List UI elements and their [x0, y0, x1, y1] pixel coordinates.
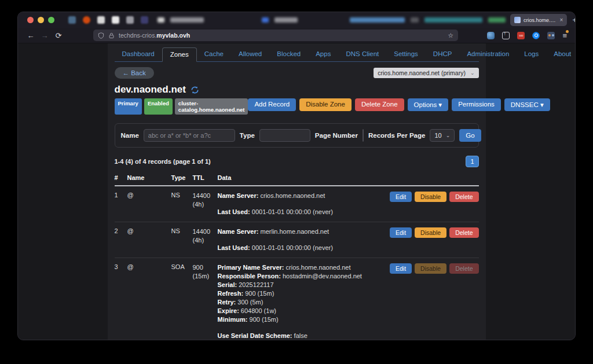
tab-apps[interactable]: Apps — [308, 47, 338, 61]
record-ttl: 900(15m) — [193, 263, 218, 340]
data-label: Expire: — [218, 307, 239, 314]
pinned-tab-icon[interactable] — [126, 16, 134, 24]
column-header: Name — [127, 174, 171, 181]
records-per-page-select[interactable]: 10 ⌄ — [430, 129, 455, 142]
tab-cache[interactable]: Cache — [197, 47, 231, 61]
tab-logs[interactable]: Logs — [517, 47, 546, 61]
active-browser-tab[interactable]: crios.home.… × — [510, 14, 567, 26]
share-extension-icon[interactable] — [502, 32, 510, 39]
data-label: Last Used: — [218, 208, 250, 215]
page-number-label: Page Number — [315, 132, 358, 139]
bookmark-star-icon[interactable]: ☆ — [448, 32, 453, 39]
data-label: Serial: — [218, 281, 237, 288]
tab-administration[interactable]: Administration — [459, 47, 517, 61]
go-button[interactable]: Go — [459, 129, 481, 142]
browser-tab-redacted[interactable] — [274, 17, 298, 23]
page-number-stepper[interactable]: 1 ▲▼ — [363, 129, 364, 142]
pinned-tab-icon[interactable] — [112, 16, 119, 24]
close-window-button[interactable] — [27, 17, 34, 23]
browser-tab-redacted[interactable] — [170, 17, 204, 23]
delete-record-button[interactable]: Delete — [449, 227, 478, 238]
tracking-shield-icon[interactable] — [98, 32, 104, 39]
delete-record-button[interactable]: Delete — [449, 192, 478, 202]
tab-dhcp[interactable]: DHCP — [426, 47, 460, 61]
back-button[interactable]: ← Back — [115, 67, 154, 79]
tab-settings[interactable]: Settings — [386, 47, 426, 61]
status-badge: Primary — [115, 98, 142, 115]
type-filter-input[interactable] — [259, 129, 310, 142]
ublock-extension-icon[interactable] — [517, 32, 525, 39]
data-line: Serial: 2025122117 — [218, 281, 392, 289]
disable-record-button[interactable]: Disable — [415, 227, 446, 238]
reload-icon[interactable]: ⟳ — [52, 31, 65, 40]
site-favicon — [514, 17, 521, 23]
data-label: Responsible Person: — [218, 273, 281, 280]
browser-tab-redacted[interactable] — [411, 17, 419, 23]
record-number: 3 — [115, 263, 127, 340]
ttl-human: (15m) — [193, 272, 218, 281]
server-select[interactable]: crios.home.naoned.net (primary) ⌄ — [374, 68, 478, 78]
tab-about[interactable]: About — [546, 47, 575, 61]
containers-extension-icon[interactable] — [547, 32, 555, 39]
data-line: Retry: 300 (5m) — [218, 298, 392, 307]
record-type: NS — [171, 227, 193, 252]
pinned-tab-icon[interactable] — [83, 16, 90, 24]
delete-zone-button[interactable]: Delete Zone — [355, 98, 404, 111]
ttl-seconds: 14400 — [193, 192, 218, 200]
records-table: 1@NS14400(4h)Name Server: crios.home.nao… — [115, 186, 479, 340]
browser-tab-redacted[interactable] — [262, 17, 269, 23]
window-controls — [27, 17, 54, 23]
pinned-tab-icon[interactable] — [141, 16, 148, 24]
browser-tab-redacted[interactable] — [158, 17, 164, 23]
options-button[interactable]: Options ▾ — [408, 98, 449, 111]
permissions-button[interactable]: Permissions — [452, 98, 501, 111]
column-header: TTL — [193, 174, 218, 181]
new-tab-button[interactable]: + — [567, 16, 576, 24]
close-tab-icon[interactable]: × — [560, 17, 563, 23]
refresh-icon[interactable] — [191, 86, 199, 94]
browser-tab-redacted[interactable] — [488, 17, 506, 23]
column-header: Data — [218, 174, 392, 181]
name-filter-input[interactable] — [144, 129, 235, 142]
page-1-button[interactable]: 1 — [466, 156, 478, 167]
forward-icon[interactable]: → — [38, 31, 52, 40]
browser-tab-redacted[interactable] — [350, 17, 405, 23]
browser-tab-redacted[interactable] — [424, 17, 482, 23]
background-tabs — [158, 17, 506, 23]
table-row: 2@NS14400(4h)Name Server: merlin.home.na… — [115, 222, 479, 258]
zoom-window-button[interactable] — [48, 17, 54, 23]
back-icon[interactable]: ← — [24, 31, 38, 40]
tab-dns-client[interactable]: DNS Client — [338, 47, 386, 61]
tab-dashboard[interactable]: Dashboard — [115, 47, 162, 61]
extension-icon[interactable] — [487, 32, 495, 39]
disable-record-button[interactable]: Disable — [415, 192, 446, 202]
password-extension-icon[interactable] — [532, 32, 540, 39]
edit-record-button[interactable]: Edit — [390, 227, 412, 238]
tab-allowed[interactable]: Allowed — [231, 47, 269, 61]
zone-badges: PrimaryEnabledcluster-catalog.home.naone… — [115, 98, 248, 115]
data-line: Name Server: merlin.home.naoned.net — [218, 227, 392, 236]
minimize-window-button[interactable] — [38, 17, 44, 23]
data-line: Primary Name Server: crios.home.naoned.n… — [218, 263, 392, 272]
pinned-tab-icon[interactable] — [97, 16, 105, 24]
edit-record-button[interactable]: Edit — [390, 192, 412, 202]
ttl-human: (4h) — [193, 200, 218, 209]
disable-zone-button[interactable]: Disable Zone — [299, 98, 352, 111]
dnssec-button[interactable]: DNSSEC ▾ — [504, 98, 550, 111]
edit-record-button[interactable]: Edit — [390, 263, 412, 274]
type-label: Type — [240, 132, 255, 139]
url-bar[interactable]: techdns-crios.myvlab.ovh ☆ — [93, 30, 458, 41]
app-menu-icon[interactable]: ≡ — [562, 31, 567, 40]
ttl-human: (4h) — [193, 236, 218, 245]
ttl-seconds: 14400 — [193, 227, 218, 236]
lock-icon[interactable] — [108, 32, 115, 39]
pinned-tab-icon[interactable] — [68, 16, 76, 24]
data-label: Retry: — [218, 299, 236, 306]
record-number: 2 — [115, 227, 127, 252]
row-actions: EditDisableDelete — [392, 192, 479, 216]
record-ttl: 14400(4h) — [193, 192, 218, 216]
tab-blocked[interactable]: Blocked — [269, 47, 308, 61]
add-record-button[interactable]: Add Record — [248, 98, 296, 111]
tab-zones[interactable]: Zones — [162, 47, 197, 62]
data-label: Name Server: — [218, 192, 259, 199]
